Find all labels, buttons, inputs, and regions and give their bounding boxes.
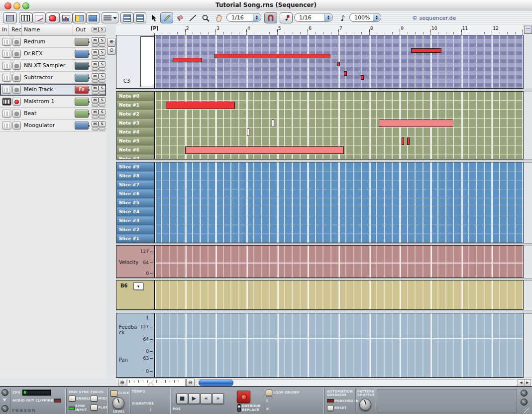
solo-pill[interactable] — [99, 43, 106, 47]
lane-menu-button[interactable] — [102, 12, 118, 23]
scroll-right-button[interactable]: ▶ — [524, 379, 531, 387]
midi-in-button[interactable] — [2, 62, 11, 70]
midi-in-button[interactable] — [2, 50, 11, 58]
note-lane-label[interactable]: Note #7 — [117, 155, 154, 159]
solo-button[interactable]: S — [99, 121, 106, 127]
solo-pill[interactable] — [99, 55, 106, 59]
zoom-level-select[interactable]: 100% ▲▼ — [349, 13, 381, 22]
out-device-button[interactable] — [75, 74, 89, 82]
mute-button[interactable]: M — [92, 97, 99, 103]
note-lane-label[interactable]: Note #2 — [117, 110, 154, 118]
hzoom-out-button[interactable]: ⊖ — [186, 379, 195, 387]
note-clip[interactable] — [185, 146, 344, 154]
note-clip[interactable] — [344, 71, 347, 76]
piano-keyboard[interactable] — [140, 36, 154, 87]
solo-button[interactable]: S — [99, 37, 106, 43]
solo-button[interactable]: S — [99, 109, 106, 115]
velocity-grid[interactable] — [154, 246, 524, 277]
velocity-lane-button[interactable] — [59, 12, 73, 23]
mute-button[interactable]: M — [92, 121, 99, 127]
track-row[interactable]: Beat▾MS — [0, 108, 106, 120]
solo-button[interactable]: S — [99, 97, 106, 103]
solo-pill[interactable] — [99, 103, 106, 107]
midi-in-button[interactable] — [2, 86, 11, 94]
solo-pill[interactable] — [99, 127, 106, 131]
note-value-button[interactable] — [336, 12, 348, 23]
ruler-corner-button[interactable] — [524, 26, 532, 34]
slice-lane-label[interactable]: Slice #1 — [117, 235, 154, 243]
record-arm-button[interactable] — [12, 98, 21, 106]
solo-pill[interactable] — [99, 67, 106, 71]
slice-lane-label[interactable]: Slice #2 — [117, 226, 154, 234]
pattern-lane-button[interactable] — [73, 12, 86, 23]
bar-ruler[interactable]: 2345678910111213 P — [116, 25, 524, 35]
track-row[interactable]: Malstrom 1▾MS — [0, 96, 106, 108]
out-device-button[interactable] — [75, 62, 89, 70]
hzoom-in-button[interactable]: ⊕ — [118, 379, 126, 387]
note-lane-label[interactable]: Note #4 — [117, 128, 154, 136]
track-row[interactable]: Dr.REX▾MS — [0, 48, 106, 60]
note-clip[interactable] — [379, 120, 453, 127]
midi-in-button[interactable] — [2, 74, 11, 82]
mute-pill[interactable] — [92, 67, 99, 71]
note-lane-label[interactable]: Note #3 — [117, 119, 154, 127]
selection-tool-button[interactable] — [148, 12, 161, 23]
mute-button[interactable]: M — [92, 85, 99, 91]
mute-pill[interactable] — [92, 103, 99, 107]
note-clip[interactable] — [214, 54, 330, 58]
forward-button[interactable]: » — [212, 393, 224, 404]
slice-lane-label[interactable]: Slice #7 — [117, 181, 154, 189]
solo-pill[interactable] — [99, 115, 106, 119]
mute-pill[interactable] — [92, 115, 99, 119]
click-button[interactable] — [110, 390, 117, 397]
horizontal-scroll-thumb[interactable] — [199, 380, 233, 386]
snap-to-grid-button[interactable] — [264, 12, 277, 23]
record-arm-button[interactable] — [12, 62, 21, 70]
play-focus-button[interactable] — [91, 405, 98, 411]
slice-lane-label[interactable]: Slice #5 — [117, 199, 154, 207]
play-button[interactable]: ▶ — [188, 393, 200, 404]
slice-lane-label[interactable]: Slice #8 — [117, 172, 154, 180]
note-clip[interactable] — [247, 129, 249, 136]
key-lane-button[interactable] — [19, 12, 32, 23]
note-clip[interactable] — [407, 138, 410, 145]
mute-pill[interactable] — [92, 127, 99, 131]
mute-button[interactable]: M — [92, 73, 99, 79]
resize-grip[interactable] — [524, 408, 531, 414]
mute-button[interactable]: M — [92, 49, 99, 55]
magnify-tool-button[interactable] — [199, 12, 212, 23]
mute-pill[interactable] — [92, 43, 99, 47]
track-zoom-in-button[interactable]: ⊕ — [107, 38, 116, 46]
mute-button[interactable]: M — [92, 61, 99, 67]
mute-button[interactable]: M — [92, 109, 99, 115]
midi-in-button[interactable] — [2, 98, 11, 106]
stop-button[interactable]: ■ — [176, 393, 188, 404]
note-clip[interactable] — [337, 62, 340, 66]
midi-in-button[interactable] — [2, 122, 11, 130]
rex-lane-button[interactable] — [32, 12, 46, 23]
key-lane-grid[interactable] — [154, 35, 524, 88]
note-clip[interactable] — [361, 75, 364, 80]
note-lane-label[interactable]: Note #5 — [117, 137, 154, 145]
record-arm-button[interactable] — [12, 50, 21, 58]
line-tool-button[interactable] — [186, 12, 199, 23]
collapse-lanes-button[interactable] — [133, 12, 146, 23]
slice-lane-label[interactable]: Slice #4 — [117, 208, 154, 216]
record-arm-button[interactable] — [12, 122, 21, 130]
solo-button[interactable]: S — [99, 73, 106, 79]
note-clip[interactable] — [402, 138, 404, 145]
record-button[interactable] — [237, 391, 250, 403]
track-row[interactable]: NN-XT Sampler▾MS — [0, 60, 106, 72]
drum-lane-button[interactable] — [46, 12, 59, 23]
pattern-selector-dropdown[interactable]: ▼ — [133, 282, 143, 290]
slice-lane-label[interactable]: Slice #6 — [117, 190, 154, 198]
mute-pill[interactable] — [92, 91, 99, 95]
pattern-shuffle-knob[interactable] — [359, 399, 371, 411]
solo-pill[interactable] — [99, 79, 106, 83]
quantize-stepper[interactable]: ▲▼ — [324, 14, 332, 21]
controller-lane-button[interactable] — [86, 12, 100, 23]
mute-button[interactable]: M — [92, 37, 99, 43]
hzoom-slider-handle[interactable] — [148, 382, 153, 386]
note-clip[interactable] — [173, 58, 202, 62]
eraser-tool-button[interactable] — [173, 12, 186, 23]
